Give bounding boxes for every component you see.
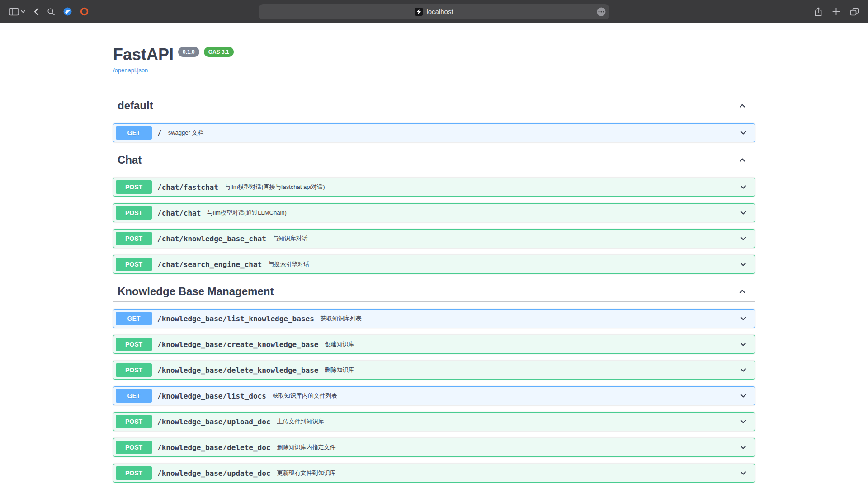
- method-badge: POST: [116, 363, 152, 377]
- endpoint-row[interactable]: GET /knowledge_base/list_docs 获取知识库内的文件列…: [113, 386, 755, 405]
- endpoint-summary: 获取知识库列表: [321, 314, 362, 323]
- section-chat: Chat POST /chat/fastchat 与llm模型对话(直接与fas…: [113, 149, 755, 274]
- endpoint-row[interactable]: POST /knowledge_base/update_doc 更新现有文件到知…: [113, 464, 755, 483]
- endpoint-path: /knowledge_base/delete_doc: [157, 443, 270, 452]
- section-knowledge-base-management: Knowledge Base Management GET /knowledge…: [113, 281, 755, 488]
- endpoint-row[interactable]: GET / swagger 文档: [113, 123, 755, 142]
- endpoint-row[interactable]: POST /knowledge_base/delete_knowledge_ba…: [113, 361, 755, 380]
- bird-app-icon[interactable]: [63, 7, 72, 16]
- section-title: Knowledge Base Management: [118, 285, 274, 298]
- endpoint-summary: 更新现有文件到知识库: [277, 469, 335, 477]
- method-badge: GET: [116, 126, 152, 140]
- orange-app-icon[interactable]: [80, 7, 89, 16]
- endpoint-path: /knowledge_base/list_knowledge_bases: [157, 314, 314, 323]
- method-badge: POST: [116, 232, 152, 245]
- browser-toolbar: localhost: [0, 0, 868, 23]
- endpoint-summary: 与llm模型对话(直接与fastchat api对话): [225, 183, 325, 191]
- endpoint-row[interactable]: GET /knowledge_base/list_knowledge_bases…: [113, 309, 755, 328]
- tab-overview-button[interactable]: [850, 8, 859, 16]
- endpoint-summary: 创建知识库: [325, 340, 354, 348]
- swagger-page: FastAPI 0.1.0 OAS 3.1 /openapi.json defa…: [0, 23, 868, 488]
- chevron-down-icon[interactable]: [739, 340, 752, 349]
- method-badge: POST: [116, 206, 152, 220]
- method-badge: GET: [116, 312, 152, 325]
- endpoint-row[interactable]: POST /chat/fastchat 与llm模型对话(直接与fastchat…: [113, 178, 755, 197]
- section-header[interactable]: default: [113, 95, 755, 116]
- endpoint-row[interactable]: POST /chat/chat 与llm模型对话(通过LLMChain): [113, 203, 755, 222]
- endpoint-row[interactable]: POST /knowledge_base/delete_doc 删除知识库内指定…: [113, 438, 755, 457]
- search-icon[interactable]: [47, 8, 55, 16]
- endpoint-path: /knowledge_base/delete_knowledge_base: [157, 366, 318, 375]
- method-badge: POST: [116, 466, 152, 480]
- method-badge: POST: [116, 441, 152, 454]
- share-button[interactable]: [814, 7, 822, 16]
- section-default: default GET / swagger 文档: [113, 95, 755, 142]
- chevron-down-icon[interactable]: [739, 314, 752, 323]
- new-tab-button[interactable]: [832, 8, 840, 15]
- method-badge: GET: [116, 389, 152, 403]
- chevron-down-icon[interactable]: [739, 183, 752, 192]
- endpoint-path: /knowledge_base/list_docs: [157, 392, 266, 400]
- section-title: default: [118, 99, 153, 112]
- endpoint-row[interactable]: POST /knowledge_base/create_knowledge_ba…: [113, 335, 755, 354]
- method-badge: POST: [116, 258, 152, 271]
- method-badge: POST: [116, 338, 152, 351]
- sidebar-dropdown-chevron-icon[interactable]: [21, 10, 25, 13]
- openapi-link[interactable]: /openapi.json: [113, 67, 148, 74]
- api-info: FastAPI 0.1.0 OAS 3.1 /openapi.json: [113, 23, 755, 74]
- chevron-down-icon[interactable]: [739, 128, 752, 137]
- chevron-down-icon[interactable]: [739, 391, 752, 400]
- method-badge: POST: [116, 180, 152, 194]
- endpoint-summary: 删除知识库: [325, 366, 354, 374]
- endpoint-row[interactable]: POST /chat/search_engine_chat 与搜索引擎对话: [113, 255, 755, 274]
- endpoint-summary: 删除知识库内指定文件: [277, 443, 335, 451]
- chevron-down-icon[interactable]: [739, 417, 752, 426]
- site-favicon: [415, 8, 423, 16]
- back-button[interactable]: [33, 8, 39, 16]
- endpoint-row[interactable]: POST /knowledge_base/upload_doc 上传文件到知识库: [113, 412, 755, 431]
- endpoint-path: /knowledge_base/update_doc: [157, 469, 270, 478]
- chevron-down-icon[interactable]: [739, 366, 752, 375]
- chevron-down-icon[interactable]: [739, 443, 752, 452]
- chevron-down-icon[interactable]: [739, 208, 752, 217]
- endpoint-summary: 与搜索引擎对话: [268, 260, 309, 268]
- section-header[interactable]: Knowledge Base Management: [113, 281, 755, 302]
- version-badge: 0.1.0: [178, 47, 199, 57]
- page-settings-ellipsis-button[interactable]: [597, 7, 606, 16]
- api-title-text: FastAPI: [113, 45, 174, 64]
- endpoint-path: /chat/search_engine_chat: [157, 260, 262, 269]
- chevron-down-icon[interactable]: [739, 260, 752, 269]
- sidebar-toggle-button[interactable]: [9, 8, 19, 16]
- method-badge: POST: [116, 415, 152, 428]
- chevron-up-icon[interactable]: [738, 287, 747, 296]
- endpoint-path: /chat/knowledge_base_chat: [157, 235, 266, 243]
- chevron-down-icon[interactable]: [739, 469, 752, 478]
- endpoint-path: /knowledge_base/create_knowledge_base: [157, 340, 318, 349]
- api-title: FastAPI 0.1.0 OAS 3.1: [113, 45, 755, 64]
- endpoint-row[interactable]: POST /chat/knowledge_base_chat 与知识库对话: [113, 229, 755, 248]
- endpoint-summary: 上传文件到知识库: [277, 418, 324, 426]
- oas-badge: OAS 3.1: [204, 47, 234, 57]
- endpoint-path: /: [157, 129, 162, 137]
- address-url: localhost: [426, 8, 453, 15]
- endpoint-path: /chat/chat: [157, 209, 201, 217]
- section-header[interactable]: Chat: [113, 149, 755, 170]
- chevron-up-icon[interactable]: [738, 155, 747, 164]
- endpoint-summary: 与llm模型对话(通过LLMChain): [207, 209, 287, 217]
- section-title: Chat: [118, 154, 142, 166]
- chevron-down-icon[interactable]: [739, 234, 752, 243]
- endpoint-path: /chat/fastchat: [157, 183, 218, 192]
- chevron-up-icon[interactable]: [738, 101, 747, 110]
- endpoint-summary: 获取知识库内的文件列表: [273, 392, 337, 400]
- endpoint-path: /knowledge_base/upload_doc: [157, 418, 270, 426]
- address-bar[interactable]: localhost: [259, 4, 609, 19]
- endpoint-summary: 与知识库对话: [273, 235, 308, 243]
- endpoint-summary: swagger 文档: [168, 129, 204, 137]
